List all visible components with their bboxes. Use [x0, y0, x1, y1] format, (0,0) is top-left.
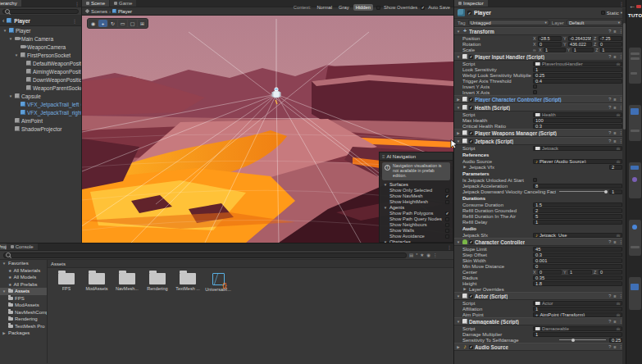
foldout-icon[interactable]: ▼ — [456, 294, 461, 298]
object-field[interactable]: Damageable◎ — [533, 326, 622, 331]
object-picker-icon[interactable]: ◎ — [617, 112, 620, 117]
value-field[interactable]: 0.3 — [533, 124, 622, 129]
vector-field-x[interactable]: 0 — [538, 270, 562, 275]
object-field[interactable]: +AimPoint (Transform)◎ — [533, 312, 622, 317]
context-option-hidden[interactable]: Hidden — [353, 4, 373, 11]
nav-section-agents[interactable]: ▼Agents — [380, 205, 453, 211]
tree-row[interactable]: VFX_JetpackTrail_right› — [0, 108, 81, 116]
preset-icon[interactable]: ≡ — [613, 239, 616, 244]
value-field[interactable]: 1 — [533, 332, 622, 337]
hierarchy-menu-icon[interactable]: ⋮ — [73, 1, 81, 7]
help-icon[interactable]: ? — [608, 105, 611, 110]
component-header[interactable]: ▼Player Input Handler (Script)?≡⋮ — [454, 52, 626, 61]
active-checkbox[interactable] — [467, 11, 471, 15]
preset-icon[interactable]: ≡ — [613, 29, 616, 34]
help-icon[interactable]: ? — [608, 239, 611, 244]
vector-field-y[interactable]: -0.2643295 — [568, 36, 592, 41]
slider-value-field[interactable]: 1 — [609, 189, 622, 194]
component-enabled-checkbox[interactable] — [469, 345, 473, 349]
slider-knob[interactable] — [604, 190, 608, 193]
help-icon[interactable]: ? — [608, 139, 611, 143]
sidebar-folder-item[interactable]: ModAssets — [0, 302, 47, 309]
view-tool[interactable]: ◉ — [89, 20, 98, 27]
nav-toggle-checkbox[interactable] — [445, 189, 449, 193]
value-field[interactable]: 0.001 — [533, 258, 622, 263]
preset-icon[interactable]: ≡ — [613, 293, 616, 298]
foldout-icon[interactable]: ▼ — [456, 106, 461, 110]
foldout-icon[interactable]: ▼ — [456, 30, 461, 34]
sidebar-folder-item[interactable]: FPS — [0, 295, 47, 303]
prefab-mode-bar[interactable]: ‹ Player ⋮ — [0, 16, 81, 26]
foldout-icon[interactable]: ▶ — [456, 131, 461, 135]
nav-toggle-row[interactable]: Show Path Query Nodes — [380, 216, 453, 222]
nav-toggle-row[interactable]: Show HeightMesh — [380, 199, 453, 205]
tree-row[interactable]: AimPoint — [0, 116, 81, 125]
foldout-icon[interactable]: ▶ — [462, 165, 467, 169]
foldout-icon[interactable]: ▼ — [456, 320, 461, 324]
foldout-icon[interactable]: ▼ — [2, 262, 7, 266]
tree-row[interactable]: WeaponParentSocket — [0, 84, 81, 92]
breadcrumb-current[interactable]: Player — [118, 9, 132, 14]
help-icon[interactable]: ? — [608, 319, 611, 324]
sidebar-packages-root[interactable]: ▶Packages — [0, 330, 47, 337]
nav-toggle-checkbox[interactable] — [445, 223, 449, 227]
component-header[interactable]: ▶♪Audio Source?≡⋮ — [454, 343, 626, 351]
hierarchy-search-input[interactable] — [2, 9, 79, 14]
layer-dropdown[interactable]: Default▾ — [567, 20, 622, 25]
value-field[interactable]: 45 — [533, 247, 622, 252]
nav-toggle-checkbox[interactable] — [445, 229, 449, 233]
vector-field-y[interactable]: 1 — [568, 270, 592, 275]
preset-icon[interactable]: ≡ — [613, 139, 616, 143]
slider-knob[interactable] — [571, 339, 575, 342]
field-checkbox[interactable] — [533, 90, 537, 94]
breadcrumb-root[interactable]: Scenes — [91, 9, 107, 14]
project-search-input[interactable] — [3, 253, 407, 258]
tutorial-card[interactable] — [629, 105, 641, 141]
tab-console[interactable]: Console — [7, 243, 38, 250]
asset-item-universalr-[interactable]: UniversalR... — [204, 273, 232, 292]
show-overrides-checkbox[interactable] — [376, 6, 380, 10]
object-field[interactable]: ♪Player (Audio Source)◎ — [533, 159, 622, 164]
transform-tool[interactable]: ⊞ — [138, 20, 147, 27]
tutorial-card[interactable] — [629, 220, 641, 256]
nav-toggle-row[interactable]: Show Walls — [380, 228, 453, 234]
foldout-icon[interactable]: ▼ — [8, 37, 13, 41]
nav-toggle-row[interactable]: Show NavMesh — [380, 193, 453, 199]
static-checkbox[interactable] — [601, 11, 605, 15]
vector-field-z[interactable]: -7.25 — [599, 36, 622, 41]
component-header[interactable]: ▼Character Controller?≡⋮ — [454, 238, 626, 246]
tutorial-card[interactable] — [629, 277, 641, 310]
object-field[interactable]: Health◎ — [533, 112, 622, 117]
more-icon[interactable]: ⋮ — [433, 253, 438, 257]
help-icon[interactable]: ? — [608, 54, 611, 59]
static-control[interactable]: Static ▾ — [601, 11, 622, 16]
value-field[interactable]: 0 — [533, 264, 622, 269]
value-field[interactable]: 100 — [533, 118, 622, 123]
rotate-tool[interactable]: ↻ — [108, 20, 117, 27]
asset-item-rendering[interactable]: Rendering — [143, 273, 171, 292]
asset-item-modassets[interactable]: ModAssets — [83, 273, 111, 292]
ai-navigation-title-bar[interactable]: ≡ AI Navigation — [380, 152, 453, 161]
prefab-menu-icon[interactable]: ⋮ — [71, 18, 79, 24]
component-header[interactable]: ▶Player Weapons Manager (Script)?≡⋮ — [454, 129, 626, 137]
object-picker-icon[interactable]: ◎ — [617, 301, 620, 306]
foldout-icon[interactable]: ▼ — [2, 289, 7, 293]
field-checkbox[interactable] — [533, 178, 537, 182]
tree-row[interactable]: DownWeaponPosition — [0, 75, 81, 84]
value-field[interactable]: 0.3 — [533, 253, 622, 257]
auto-save-checkbox[interactable] — [421, 6, 425, 10]
vector-field-x[interactable]: -28.5 — [538, 36, 562, 41]
value-field[interactable]: 2 — [533, 208, 622, 213]
object-field[interactable]: Jetpack◎ — [533, 146, 622, 151]
value-field[interactable]: 0.35 — [533, 275, 622, 280]
sidebar-folder-item[interactable]: NavMeshComponents — [0, 309, 47, 316]
nav-section-surfaces[interactable]: ▼Surfaces — [380, 182, 453, 188]
prefab-open-chevron[interactable]: › — [80, 102, 81, 107]
foldout-icon[interactable]: ▼ — [14, 53, 19, 57]
nav-toggle-checkbox[interactable] — [445, 217, 449, 221]
tutorial-card[interactable] — [629, 162, 641, 198]
tab-inspector[interactable]: Inspector — [454, 0, 488, 7]
component-enabled-checkbox[interactable] — [469, 139, 473, 143]
foldout-icon[interactable]: ▼ — [456, 55, 461, 59]
foldout-icon[interactable]: ▶ — [2, 331, 7, 335]
